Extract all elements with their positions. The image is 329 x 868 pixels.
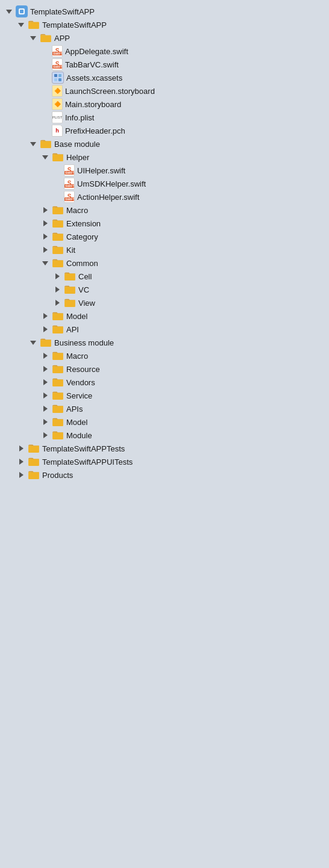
folder-icon [52,351,64,361]
svg-rect-30 [28,473,39,480]
disclosure-icon[interactable] [41,259,49,267]
service-folder-item[interactable]: Service [0,389,329,402]
disclosure-icon[interactable] [41,246,49,254]
list-item[interactable]: PLIST Info.plist [0,111,329,124]
disclosure-icon[interactable] [41,325,49,333]
disclosure-icon[interactable] [41,232,49,241]
svg-rect-28 [28,446,39,453]
swift-file-icon: S [64,191,75,203]
disclosure-icon[interactable] [41,405,49,413]
list-item[interactable]: TemplateSwiftAPPTests [0,442,329,455]
swift-file-icon: S [64,178,75,190]
disclosure-icon[interactable] [41,431,49,439]
list-item[interactable]: Macro [0,203,329,217]
disclosure-icon[interactable] [41,418,49,426]
item-label: Extension [66,219,101,228]
disclosure-icon[interactable] [53,285,61,294]
item-label: PrefixHeader.pch [65,126,125,135]
list-item[interactable]: APP [0,31,329,45]
svg-rect-6 [54,78,57,81]
item-label: TemplateSwiftAPP [42,20,107,29]
disclosure-icon[interactable] [17,471,25,479]
disclosure-icon[interactable] [41,219,49,228]
svg-rect-13 [52,247,63,255]
svg-rect-25 [52,406,63,414]
svg-rect-10 [52,208,63,215]
list-item[interactable]: APIs [0,402,329,415]
item-label: VC [78,285,89,294]
list-item[interactable]: Category [0,230,329,243]
list-item[interactable]: S UIHelper.swift [0,164,329,177]
item-label: Info.plist [65,113,94,122]
list-item[interactable]: Cell [0,270,329,283]
main-storyboard-item[interactable]: 🔶 Main.storyboard [0,98,329,111]
list-item[interactable]: VC [0,283,329,296]
list-item[interactable]: h PrefixHeader.pch [0,124,329,137]
list-item[interactable]: Base module [0,137,329,150]
list-item[interactable]: Helper [0,150,329,164]
project-icon [16,5,28,17]
disclosure-icon[interactable] [41,378,49,386]
disclosure-icon[interactable] [17,20,25,29]
disclosure-icon[interactable] [29,140,37,148]
item-label: Business module [54,338,114,347]
folder-icon [40,338,52,347]
list-item[interactable]: Module [0,429,329,442]
svg-rect-24 [52,393,63,400]
list-item[interactable]: API [0,323,329,336]
item-label: APIs [66,405,83,414]
storyboard-icon: 🔶 [52,85,63,97]
item-label: TemplateSwiftAPPUITests [42,457,133,467]
folder-icon [64,285,76,294]
disclosure-icon[interactable] [41,365,49,373]
disclosure-icon[interactable] [41,206,49,214]
disclosure-icon[interactable] [29,338,37,347]
list-item[interactable]: Vendors [0,376,329,389]
list-item[interactable]: TemplateSwiftAPPUITests [0,455,329,468]
folder-icon [52,311,64,321]
disclosure-icon[interactable] [53,299,61,307]
list-item[interactable]: Extension [0,217,329,230]
disclosure-icon[interactable] [41,312,49,320]
list-item[interactable]: Kit [0,243,329,256]
item-label: Vendors [66,378,95,387]
disclosure-icon[interactable] [53,272,61,281]
list-item[interactable]: Model [0,415,329,429]
list-item[interactable]: Macro [0,349,329,362]
folder-icon [52,430,64,440]
svg-rect-19 [52,327,63,334]
item-label: Category [66,232,98,241]
common-label: Common [66,259,98,268]
disclosure-icon[interactable] [41,352,49,360]
list-item[interactable]: Assets.xcassets [0,71,329,84]
disclosure-icon[interactable] [41,391,49,400]
folder-icon [52,245,64,255]
project-root[interactable]: TemplateSwiftAPP [0,5,329,18]
list-item[interactable]: Products [0,468,329,482]
disclosure-icon[interactable] [17,457,25,466]
list-item[interactable]: Model [0,309,329,323]
disclosure-icon[interactable] [29,34,37,42]
disclosure-project[interactable] [5,7,13,16]
list-item[interactable]: S TabBarVC.swift [0,58,329,71]
list-item[interactable]: Business module [0,336,329,349]
common-folder-item[interactable]: Common [0,256,329,270]
list-item[interactable]: S UmSDKHelper.swift [0,177,329,190]
disclosure-icon[interactable] [41,153,49,161]
list-item[interactable]: TemplateSwiftAPP [0,18,329,31]
disclosure-icon[interactable] [17,444,25,453]
swift-file-icon: S [64,164,75,176]
item-label: ActionHelper.swift [77,193,139,202]
item-label: Assets.xcassets [66,73,122,82]
list-item[interactable]: Resource [0,362,329,376]
folder-icon [52,404,64,414]
svg-rect-29 [28,459,39,467]
list-item[interactable]: S ActionHelper.swift [0,190,329,203]
item-label: Cell [78,272,92,281]
folder-icon [52,377,64,387]
item-label: UmSDKHelper.swift [77,179,146,188]
list-item[interactable]: S AppDelegate.swift [0,45,329,58]
list-item[interactable]: View [0,296,329,309]
item-label: Products [42,471,73,480]
list-item[interactable]: 🔶 LaunchScreen.storyboard [0,84,329,98]
